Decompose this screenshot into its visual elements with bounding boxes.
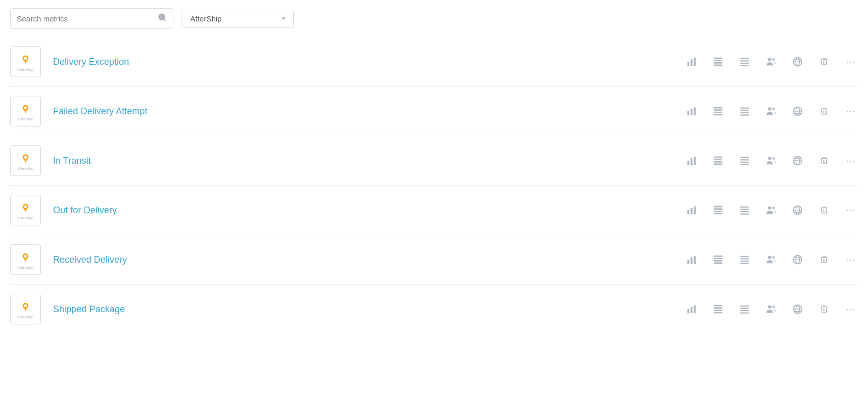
svg-point-108: [24, 304, 27, 307]
metric-actions: ···: [684, 104, 858, 118]
svg-rect-74: [714, 213, 723, 215]
more-icon[interactable]: ···: [844, 252, 858, 267]
more-icon[interactable]: ···: [844, 55, 858, 69]
metric-actions: ···: [684, 55, 858, 69]
metric-name[interactable]: In Transit: [53, 156, 684, 166]
svg-point-37: [768, 107, 771, 110]
svg-rect-99: [741, 263, 749, 264]
bar-chart-icon[interactable]: [684, 252, 699, 267]
trash-icon[interactable]: [817, 252, 831, 267]
list-icon[interactable]: [737, 252, 752, 267]
logo-text: aftership: [17, 167, 33, 170]
svg-rect-77: [741, 211, 749, 212]
bar-chart-icon[interactable]: [684, 302, 699, 316]
svg-rect-31: [714, 112, 723, 113]
svg-rect-15: [741, 65, 749, 66]
users-icon[interactable]: [764, 104, 778, 118]
metric-name[interactable]: Failed Delivery Attempt: [53, 106, 684, 117]
trash-icon[interactable]: [817, 55, 831, 69]
metric-actions: ···: [684, 203, 858, 217]
table-icon[interactable]: [711, 203, 725, 217]
more-icon[interactable]: ···: [844, 302, 858, 316]
users-icon[interactable]: [764, 252, 778, 267]
aftership-logo-icon: [18, 300, 33, 314]
svg-rect-91: [694, 256, 696, 264]
list-icon[interactable]: [737, 104, 752, 118]
svg-rect-12: [741, 58, 749, 59]
list-icon[interactable]: [737, 55, 752, 69]
more-icon[interactable]: ···: [844, 104, 858, 118]
svg-point-87: [24, 255, 27, 258]
svg-point-24: [24, 106, 27, 109]
svg-rect-30: [714, 109, 723, 111]
globe-icon[interactable]: [790, 154, 805, 168]
search-input[interactable]: [17, 14, 154, 23]
globe-icon[interactable]: [790, 104, 805, 118]
globe-icon[interactable]: [790, 252, 805, 267]
svg-point-17: [772, 58, 775, 61]
more-icon[interactable]: ···: [844, 154, 858, 168]
svg-rect-117: [741, 306, 749, 307]
bar-chart-icon[interactable]: [684, 203, 699, 217]
svg-rect-110: [687, 309, 690, 313]
more-icon[interactable]: ···: [844, 203, 858, 217]
svg-rect-11: [714, 65, 723, 66]
svg-rect-14: [741, 63, 749, 64]
svg-rect-120: [741, 312, 749, 313]
svg-rect-54: [741, 157, 749, 158]
metric-name[interactable]: Received Delivery: [53, 255, 684, 265]
svg-point-3: [24, 57, 27, 60]
list-icon[interactable]: [737, 203, 752, 217]
metric-name[interactable]: Shipped Package: [53, 304, 684, 315]
table-icon[interactable]: [711, 154, 725, 168]
svg-rect-114: [714, 307, 723, 309]
logo-text: aftership: [17, 216, 33, 220]
header: AfterShip ▾: [0, 0, 868, 37]
logo-text: aftership: [17, 315, 33, 319]
logo-text: aftership: [17, 68, 33, 71]
globe-icon[interactable]: [790, 203, 805, 217]
table-icon[interactable]: [711, 104, 725, 118]
svg-rect-51: [714, 159, 723, 160]
svg-rect-34: [741, 110, 749, 111]
metric-name[interactable]: Delivery Exception: [53, 57, 684, 67]
svg-point-101: [772, 256, 775, 259]
users-icon[interactable]: [764, 203, 778, 217]
list-icon[interactable]: [737, 154, 752, 168]
svg-rect-98: [741, 261, 749, 262]
svg-rect-96: [741, 256, 749, 257]
users-icon[interactable]: [764, 154, 778, 168]
source-dropdown[interactable]: AfterShip ▾: [182, 10, 294, 28]
trash-icon[interactable]: [817, 203, 831, 217]
table-icon[interactable]: [711, 252, 725, 267]
svg-marker-25: [24, 110, 27, 113]
users-icon[interactable]: [764, 55, 778, 69]
table-icon[interactable]: [711, 302, 725, 316]
svg-marker-67: [24, 209, 27, 212]
globe-icon[interactable]: [790, 55, 805, 69]
svg-rect-48: [691, 158, 693, 165]
svg-rect-32: [714, 114, 723, 116]
svg-rect-57: [741, 164, 749, 165]
trash-icon[interactable]: [817, 302, 831, 316]
users-icon[interactable]: [764, 302, 778, 316]
globe-icon[interactable]: [790, 302, 805, 316]
aftership-logo: aftership: [10, 46, 41, 77]
list-icon[interactable]: [737, 302, 752, 316]
svg-point-16: [768, 58, 771, 61]
bar-chart-icon[interactable]: [684, 55, 699, 69]
svg-rect-50: [714, 157, 723, 158]
aftership-logo-icon: [18, 250, 33, 265]
table-icon[interactable]: [711, 55, 725, 69]
trash-icon[interactable]: [817, 104, 831, 118]
svg-point-45: [24, 156, 27, 159]
metric-name[interactable]: Out for Delivery: [53, 205, 684, 216]
search-icon: [158, 13, 167, 24]
bar-chart-icon[interactable]: [684, 104, 699, 118]
aftership-logo-icon: [18, 53, 33, 67]
svg-point-100: [768, 256, 771, 259]
bar-chart-icon[interactable]: [684, 154, 699, 168]
metrics-list: aftership Delivery Exception: [0, 37, 868, 334]
trash-icon[interactable]: [817, 154, 831, 168]
svg-rect-5: [687, 62, 690, 66]
